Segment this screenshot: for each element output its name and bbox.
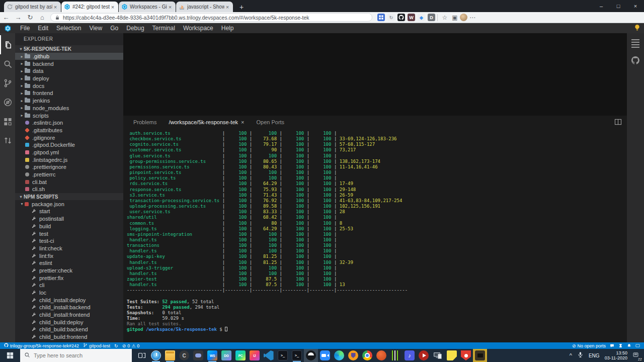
d-extension[interactable]: D xyxy=(428,14,435,21)
taskbar-app-intellij[interactable]: IJ xyxy=(248,349,262,362)
package-json-item[interactable]: ▾package.json xyxy=(15,200,123,208)
tree-file[interactable]: .prettierrc xyxy=(15,171,123,178)
tree-file[interactable]: cli.sh xyxy=(15,186,123,193)
profile-avatar[interactable] xyxy=(460,14,467,21)
notifications-bell-icon[interactable] xyxy=(627,343,631,348)
taskbar-app-amazon-music[interactable]: ♪ xyxy=(403,349,417,362)
wikipedia-extension[interactable]: W xyxy=(408,14,415,21)
taskbar-app-webstorm[interactable]: WS xyxy=(205,349,219,362)
tree-folder[interactable]: ▸.github xyxy=(15,53,123,60)
tree-file[interactable]: .prettierignore xyxy=(15,163,123,171)
browser-tab[interactable]: gitpod test by ashwanth1109 - P× xyxy=(4,2,61,12)
tree-file[interactable]: .gitignore xyxy=(15,134,123,141)
menu-view[interactable]: View xyxy=(85,23,106,33)
menu-selection[interactable]: Selection xyxy=(52,23,85,33)
debug-off-icon[interactable] xyxy=(0,93,15,112)
npm-script-item[interactable]: start xyxy=(15,208,123,215)
taskbar-app-brave[interactable] xyxy=(374,349,388,362)
taskbar-app-antivirus[interactable] xyxy=(459,349,473,362)
browser-tab[interactable]: Workspaces - Gitpod× xyxy=(119,2,176,12)
tree-folder[interactable]: ▸node_modules xyxy=(15,105,123,112)
menu-terminal[interactable]: Terminal xyxy=(148,23,179,33)
taskbar-app-mixer[interactable] xyxy=(388,349,403,362)
tree-folder[interactable]: ▸scripts xyxy=(15,112,123,119)
taskbar-app-obs[interactable] xyxy=(304,349,318,362)
taskbar-app-c-app[interactable]: C xyxy=(177,349,191,362)
npm-script-item[interactable]: test-ci xyxy=(15,237,123,245)
feedback-icon[interactable] xyxy=(610,343,614,348)
github-extension[interactable] xyxy=(397,14,405,21)
panel-tab[interactable]: Problems xyxy=(127,116,163,129)
taskbar-app-media-play[interactable] xyxy=(417,349,431,362)
tree-folder[interactable]: ▸data xyxy=(15,67,123,75)
menu-file[interactable]: File xyxy=(16,23,34,33)
npm-script-item[interactable]: prettier:fix xyxy=(15,274,123,282)
tab-close-icon[interactable]: × xyxy=(224,4,230,10)
tree-folder[interactable]: ▸backend xyxy=(15,60,123,67)
taskbar-app-file-explorer[interactable] xyxy=(163,349,177,362)
open-ports-status[interactable]: ⊘ No open ports xyxy=(572,343,606,348)
tree-file[interactable]: .eslintrc.json xyxy=(15,119,123,127)
menu-debug[interactable]: Debug xyxy=(122,23,148,33)
taskbar-search[interactable] xyxy=(20,349,132,362)
problems-status[interactable]: ⊘ 0 ⚠ 0 xyxy=(122,343,140,348)
npm-script-item[interactable]: postinstall xyxy=(15,215,123,223)
repo-status[interactable]: trilogy-group/5k-response-tek#242 xyxy=(4,343,79,348)
lightbulb-icon[interactable] xyxy=(633,24,641,32)
explorer-root[interactable]: ▾5K-RESPONSE-TEK xyxy=(15,45,123,53)
gem-extension[interactable]: ◆ xyxy=(418,14,425,21)
maximize-button[interactable]: □ xyxy=(610,3,627,9)
search-input[interactable] xyxy=(34,352,119,358)
start-button[interactable] xyxy=(0,349,20,362)
branch-status[interactable]: gitpod-test xyxy=(83,343,110,348)
taskbar-app-anydesk[interactable] xyxy=(360,349,374,362)
hourglass-icon[interactable] xyxy=(618,343,623,348)
tree-folder[interactable]: ▸docs xyxy=(15,82,123,89)
github-icon[interactable] xyxy=(631,56,640,67)
tree-folder[interactable]: ▸deploy xyxy=(15,75,123,82)
taskbar-app-remote-pc[interactable] xyxy=(431,349,445,362)
taskbar-app-terminal-2[interactable]: >_ xyxy=(290,349,304,362)
minimize-button[interactable]: – xyxy=(593,3,610,9)
npm-script-item[interactable]: child_build:deploy xyxy=(15,318,123,326)
tree-file[interactable]: cli.bat xyxy=(15,178,123,186)
home-icon[interactable]: ⌂ xyxy=(36,12,48,23)
taskbar-app-task-view[interactable] xyxy=(135,349,149,362)
tree-folder[interactable]: ▸jenkins xyxy=(15,97,123,105)
favorites-icon[interactable]: ☆ xyxy=(440,14,450,21)
npm-script-item[interactable]: cli xyxy=(15,282,123,289)
split-panel-icon[interactable] xyxy=(614,118,622,126)
refresh-icon[interactable]: ↻ xyxy=(24,12,36,23)
pull-request-icon[interactable] xyxy=(0,131,15,150)
tab-close-icon[interactable]: × xyxy=(110,4,116,10)
clock[interactable]: 13:50 03-11-2020 xyxy=(605,350,627,360)
notification-center-icon[interactable]: 22 xyxy=(632,351,639,360)
sync-button[interactable]: ↻ xyxy=(114,343,118,348)
taskbar-app-pycharm[interactable]: PC xyxy=(233,349,248,362)
terminal-output[interactable]: auth.service.ts | 100 | 100 | 100 | 100 … xyxy=(123,129,627,333)
tree-folder[interactable]: ▸frontend xyxy=(15,89,123,97)
tray-expand-icon[interactable]: ^ xyxy=(570,352,572,358)
screen-layout-icon[interactable] xyxy=(635,343,640,348)
search-icon[interactable] xyxy=(0,54,15,73)
npm-script-item[interactable]: build xyxy=(15,223,123,230)
taskbar-app-terminal-1[interactable]: >_ xyxy=(276,349,290,362)
npm-script-item[interactable]: child_build:frontend xyxy=(15,333,123,341)
tree-file[interactable]: .gitpod.yml xyxy=(15,149,123,156)
npm-script-item[interactable]: child_build:backend xyxy=(15,326,123,333)
panel-tab[interactable]: Open Ports xyxy=(250,116,290,129)
taskbar-app-shield-app[interactable] xyxy=(346,349,360,362)
browser-tab[interactable]: javascript - Showing all output in× xyxy=(176,2,233,12)
npm-script-item[interactable]: lint:check xyxy=(15,245,123,252)
menu-workspace[interactable]: Workspace xyxy=(179,23,217,33)
taskbar-app-discord[interactable] xyxy=(191,349,205,362)
files-icon[interactable] xyxy=(0,35,15,54)
panel-tab-close-icon[interactable]: × xyxy=(241,119,244,125)
extensions-icon[interactable] xyxy=(0,112,15,131)
tab-close-icon[interactable]: × xyxy=(52,4,58,10)
panel-tab[interactable]: /workspace/5k-response-tek× xyxy=(163,116,250,129)
npm-script-item[interactable]: eslint xyxy=(15,259,123,267)
tab-close-icon[interactable]: × xyxy=(167,4,173,10)
menu-help[interactable]: Help xyxy=(217,23,238,33)
npm-script-item[interactable]: loc xyxy=(15,289,123,297)
